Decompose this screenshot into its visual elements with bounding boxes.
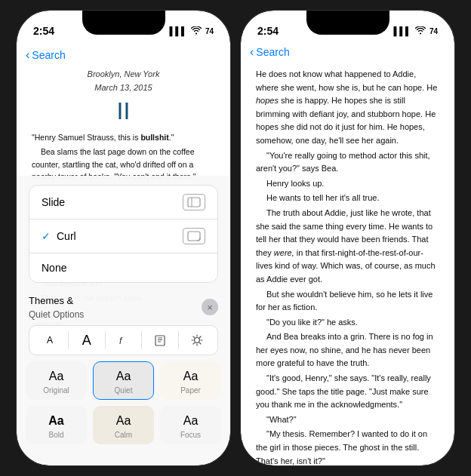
back-arrow-left: ‹ — [26, 48, 29, 62]
svg-rect-2 — [188, 232, 200, 241]
signal-icon-left: ▌▌▌ — [169, 26, 186, 35]
bottom-panel: Slide ✓ Curl — [17, 176, 230, 465]
reading-para-2: "You're really going to method actor thi… — [256, 149, 439, 176]
slide-option-curl-label: Curl — [57, 230, 76, 242]
book-para-1: "Henry Samuel Strauss, this is bullshit.… — [32, 131, 215, 143]
reading-para-7: "Do you like it?" he asks. — [256, 316, 439, 330]
notch-right — [306, 11, 389, 35]
time-right: 2:54 — [257, 25, 279, 37]
reading-para-3: Henry looks up. — [256, 177, 439, 191]
theme-quiet-aa: Aa — [116, 370, 131, 383]
font-increase-button[interactable]: A — [75, 329, 98, 352]
slide-options-menu: Slide ✓ Curl — [29, 185, 218, 283]
back-button-left[interactable]: ‹ Search — [26, 48, 66, 62]
slide-option-curl-row: ✓ Curl — [42, 230, 76, 242]
themes-title: Themes & — [29, 295, 73, 306]
back-label-right: Search — [256, 46, 289, 58]
svg-line-16 — [193, 343, 195, 345]
theme-paper-aa: Aa — [183, 370, 199, 383]
theme-focus[interactable]: Aa Focus — [160, 406, 221, 444]
check-mark-curl: ✓ — [42, 230, 51, 242]
font-ctrl-divider-2 — [105, 331, 106, 349]
book-location: Brooklyn, New YorkMarch 13, 2015 — [32, 68, 215, 94]
svg-point-8 — [195, 338, 200, 343]
status-icons-left: ▌▌▌ 74 — [169, 26, 214, 36]
reading-para-4: He wants to tell her it's all true. — [256, 192, 439, 205]
theme-paper[interactable]: Aa Paper — [160, 361, 221, 400]
reading-para-9: "It's good, Henry," she says. "It's real… — [256, 372, 439, 412]
notch — [82, 11, 165, 35]
reading-para-5: The truth about Addie, just like he wrot… — [256, 207, 439, 287]
reading-para-10: "What?" — [256, 413, 439, 427]
themes-grid: Aa Original Aa Quiet Aa Paper Aa — [17, 361, 230, 450]
close-icon: × — [207, 302, 213, 313]
slide-option-none-label: None — [42, 262, 66, 274]
themes-subtitle: Quiet Options — [29, 309, 84, 320]
battery-icon-left: 74 — [205, 27, 214, 35]
font-ctrl-divider-3 — [141, 331, 142, 349]
reading-para-6: But she wouldn't believe him, so he lets… — [256, 288, 439, 315]
theme-calm[interactable]: Aa Calm — [93, 406, 154, 444]
font-style-button[interactable]: f — [112, 329, 135, 352]
right-content: ‹ Search He does not know what happened … — [241, 44, 454, 465]
chapter-number: II — [32, 97, 215, 125]
back-label-left: Search — [32, 49, 65, 61]
font-ctrl-divider-4 — [178, 331, 179, 349]
time-left: 2:54 — [33, 25, 54, 37]
right-screen: 2:54 ▌▌▌ 74 — [241, 11, 454, 465]
slide-option-curl[interactable]: ✓ Curl — [29, 220, 217, 253]
themes-header: Themes & Quiet Options × — [17, 289, 230, 325]
theme-calm-label: Calm — [115, 431, 132, 439]
slide-option-slide[interactable]: Slide — [29, 186, 217, 220]
theme-bold-label: Bold — [48, 431, 63, 439]
svg-line-14 — [200, 343, 202, 345]
nav-bar-left: ‹ Search — [17, 44, 230, 68]
left-screen: 2:54 ▌▌▌ 74 — [17, 11, 230, 465]
themes-title-area: Themes & Quiet Options — [29, 293, 84, 321]
nav-bar-right: ‹ Search — [241, 44, 454, 62]
font-ctrl-divider-1 — [68, 331, 69, 349]
theme-original-label: Original — [43, 386, 69, 395]
right-phone: 2:54 ▌▌▌ 74 — [240, 10, 455, 466]
font-book-button[interactable] — [149, 329, 171, 352]
signal-icon-right: ▌▌▌ — [393, 26, 411, 35]
reading-content: He does not know what happened to Addie,… — [241, 62, 454, 465]
theme-original[interactable]: Aa Original — [26, 361, 87, 400]
back-button-right[interactable]: ‹ Search — [250, 45, 290, 59]
wifi-icon-left — [191, 26, 202, 36]
svg-text:f: f — [119, 336, 123, 346]
wifi-icon-right — [415, 26, 426, 36]
status-icons-right: ▌▌▌ 74 — [393, 26, 438, 36]
font-decrease-button[interactable]: A — [38, 329, 61, 352]
svg-line-13 — [193, 336, 195, 338]
theme-bold[interactable]: Aa Bold — [26, 406, 87, 444]
font-style-icon: f — [118, 334, 130, 346]
left-phone: 2:54 ▌▌▌ 74 — [16, 10, 231, 466]
svg-rect-4 — [155, 336, 165, 345]
slide-icon — [183, 194, 205, 210]
theme-bold-aa: Aa — [48, 414, 63, 428]
theme-focus-label: Focus — [180, 431, 201, 439]
brightness-icon — [191, 334, 203, 346]
svg-line-15 — [200, 336, 202, 338]
book-icon — [154, 334, 166, 346]
curl-icon — [183, 228, 205, 244]
slide-option-none[interactable]: None — [29, 253, 217, 282]
reading-para-11: "My thesis. Remember? I wanted to do it … — [256, 428, 439, 465]
back-arrow-right: ‹ — [250, 45, 254, 59]
theme-original-aa: Aa — [49, 370, 64, 383]
font-controls: A A f — [29, 325, 218, 355]
theme-quiet[interactable]: Aa Quiet — [93, 361, 154, 400]
theme-calm-aa: Aa — [116, 414, 131, 428]
slide-option-slide-label: Slide — [42, 196, 65, 208]
theme-paper-label: Paper — [180, 386, 201, 395]
reading-para-1: He does not know what happened to Addie,… — [256, 68, 439, 148]
reading-para-8: And Bea breaks into a grin. There is no … — [256, 330, 439, 370]
svg-rect-0 — [188, 198, 200, 207]
battery-icon-right: 74 — [429, 27, 438, 35]
brightness-button[interactable] — [186, 329, 208, 352]
theme-quiet-label: Quiet — [115, 386, 133, 395]
theme-focus-aa: Aa — [183, 414, 199, 428]
close-panel-button[interactable]: × — [202, 299, 218, 315]
